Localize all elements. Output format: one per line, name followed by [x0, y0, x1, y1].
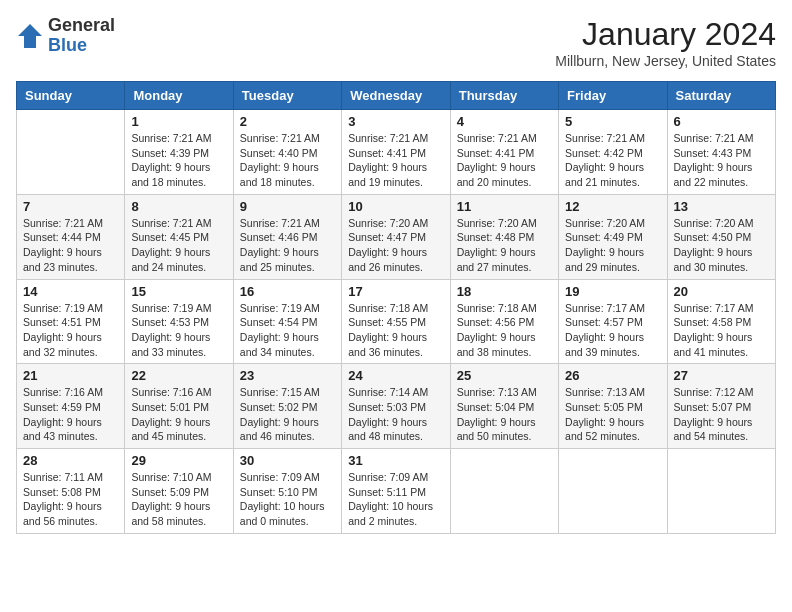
- day-number: 26: [565, 368, 660, 383]
- day-info: Sunrise: 7:09 AMSunset: 5:11 PMDaylight:…: [348, 470, 443, 529]
- day-number: 25: [457, 368, 552, 383]
- day-number: 30: [240, 453, 335, 468]
- day-info: Sunrise: 7:21 AMSunset: 4:40 PMDaylight:…: [240, 131, 335, 190]
- day-number: 23: [240, 368, 335, 383]
- day-info: Sunrise: 7:16 AMSunset: 5:01 PMDaylight:…: [131, 385, 226, 444]
- calendar-day-cell: 14Sunrise: 7:19 AMSunset: 4:51 PMDayligh…: [17, 279, 125, 364]
- calendar-day-cell: 28Sunrise: 7:11 AMSunset: 5:08 PMDayligh…: [17, 449, 125, 534]
- day-info: Sunrise: 7:20 AMSunset: 4:47 PMDaylight:…: [348, 216, 443, 275]
- day-number: 2: [240, 114, 335, 129]
- day-number: 17: [348, 284, 443, 299]
- day-info: Sunrise: 7:13 AMSunset: 5:05 PMDaylight:…: [565, 385, 660, 444]
- calendar-empty-cell: [667, 449, 775, 534]
- logo-general-text: General: [48, 16, 115, 36]
- calendar-day-cell: 22Sunrise: 7:16 AMSunset: 5:01 PMDayligh…: [125, 364, 233, 449]
- calendar-day-cell: 12Sunrise: 7:20 AMSunset: 4:49 PMDayligh…: [559, 194, 667, 279]
- day-info: Sunrise: 7:21 AMSunset: 4:45 PMDaylight:…: [131, 216, 226, 275]
- calendar-day-cell: 30Sunrise: 7:09 AMSunset: 5:10 PMDayligh…: [233, 449, 341, 534]
- day-info: Sunrise: 7:13 AMSunset: 5:04 PMDaylight:…: [457, 385, 552, 444]
- calendar-week-row: 28Sunrise: 7:11 AMSunset: 5:08 PMDayligh…: [17, 449, 776, 534]
- day-info: Sunrise: 7:21 AMSunset: 4:43 PMDaylight:…: [674, 131, 769, 190]
- calendar-day-cell: 1Sunrise: 7:21 AMSunset: 4:39 PMDaylight…: [125, 110, 233, 195]
- logo: General Blue: [16, 16, 115, 56]
- day-info: Sunrise: 7:12 AMSunset: 5:07 PMDaylight:…: [674, 385, 769, 444]
- day-info: Sunrise: 7:19 AMSunset: 4:54 PMDaylight:…: [240, 301, 335, 360]
- day-info: Sunrise: 7:16 AMSunset: 4:59 PMDaylight:…: [23, 385, 118, 444]
- day-number: 6: [674, 114, 769, 129]
- calendar-day-cell: 4Sunrise: 7:21 AMSunset: 4:41 PMDaylight…: [450, 110, 558, 195]
- svg-marker-0: [18, 24, 42, 48]
- day-info: Sunrise: 7:20 AMSunset: 4:50 PMDaylight:…: [674, 216, 769, 275]
- day-of-week-header: Tuesday: [233, 82, 341, 110]
- day-of-week-header: Sunday: [17, 82, 125, 110]
- calendar-day-cell: 17Sunrise: 7:18 AMSunset: 4:55 PMDayligh…: [342, 279, 450, 364]
- day-number: 29: [131, 453, 226, 468]
- day-info: Sunrise: 7:21 AMSunset: 4:46 PMDaylight:…: [240, 216, 335, 275]
- calendar-table: SundayMondayTuesdayWednesdayThursdayFrid…: [16, 81, 776, 534]
- day-number: 14: [23, 284, 118, 299]
- calendar-day-cell: 26Sunrise: 7:13 AMSunset: 5:05 PMDayligh…: [559, 364, 667, 449]
- day-of-week-header: Saturday: [667, 82, 775, 110]
- calendar-day-cell: 15Sunrise: 7:19 AMSunset: 4:53 PMDayligh…: [125, 279, 233, 364]
- day-number: 28: [23, 453, 118, 468]
- day-info: Sunrise: 7:19 AMSunset: 4:51 PMDaylight:…: [23, 301, 118, 360]
- day-number: 18: [457, 284, 552, 299]
- day-info: Sunrise: 7:17 AMSunset: 4:57 PMDaylight:…: [565, 301, 660, 360]
- calendar-day-cell: 6Sunrise: 7:21 AMSunset: 4:43 PMDaylight…: [667, 110, 775, 195]
- calendar-day-cell: 31Sunrise: 7:09 AMSunset: 5:11 PMDayligh…: [342, 449, 450, 534]
- day-number: 21: [23, 368, 118, 383]
- logo-blue-text: Blue: [48, 36, 115, 56]
- calendar-day-cell: 25Sunrise: 7:13 AMSunset: 5:04 PMDayligh…: [450, 364, 558, 449]
- day-number: 19: [565, 284, 660, 299]
- day-info: Sunrise: 7:18 AMSunset: 4:55 PMDaylight:…: [348, 301, 443, 360]
- day-number: 27: [674, 368, 769, 383]
- day-info: Sunrise: 7:21 AMSunset: 4:42 PMDaylight:…: [565, 131, 660, 190]
- location-text: Millburn, New Jersey, United States: [555, 53, 776, 69]
- day-number: 13: [674, 199, 769, 214]
- day-number: 3: [348, 114, 443, 129]
- day-number: 16: [240, 284, 335, 299]
- day-info: Sunrise: 7:11 AMSunset: 5:08 PMDaylight:…: [23, 470, 118, 529]
- calendar-week-row: 21Sunrise: 7:16 AMSunset: 4:59 PMDayligh…: [17, 364, 776, 449]
- calendar-day-cell: 9Sunrise: 7:21 AMSunset: 4:46 PMDaylight…: [233, 194, 341, 279]
- day-number: 5: [565, 114, 660, 129]
- day-of-week-header: Friday: [559, 82, 667, 110]
- day-info: Sunrise: 7:09 AMSunset: 5:10 PMDaylight:…: [240, 470, 335, 529]
- calendar-empty-cell: [450, 449, 558, 534]
- calendar-week-row: 1Sunrise: 7:21 AMSunset: 4:39 PMDaylight…: [17, 110, 776, 195]
- day-of-week-header: Thursday: [450, 82, 558, 110]
- day-info: Sunrise: 7:20 AMSunset: 4:48 PMDaylight:…: [457, 216, 552, 275]
- day-number: 20: [674, 284, 769, 299]
- calendar-empty-cell: [17, 110, 125, 195]
- calendar-empty-cell: [559, 449, 667, 534]
- calendar-day-cell: 2Sunrise: 7:21 AMSunset: 4:40 PMDaylight…: [233, 110, 341, 195]
- calendar-day-cell: 5Sunrise: 7:21 AMSunset: 4:42 PMDaylight…: [559, 110, 667, 195]
- calendar-day-cell: 23Sunrise: 7:15 AMSunset: 5:02 PMDayligh…: [233, 364, 341, 449]
- day-number: 1: [131, 114, 226, 129]
- day-number: 8: [131, 199, 226, 214]
- calendar-day-cell: 24Sunrise: 7:14 AMSunset: 5:03 PMDayligh…: [342, 364, 450, 449]
- day-number: 9: [240, 199, 335, 214]
- calendar-header-row: SundayMondayTuesdayWednesdayThursdayFrid…: [17, 82, 776, 110]
- day-info: Sunrise: 7:20 AMSunset: 4:49 PMDaylight:…: [565, 216, 660, 275]
- logo-text: General Blue: [48, 16, 115, 56]
- day-info: Sunrise: 7:14 AMSunset: 5:03 PMDaylight:…: [348, 385, 443, 444]
- calendar-day-cell: 19Sunrise: 7:17 AMSunset: 4:57 PMDayligh…: [559, 279, 667, 364]
- title-block: January 2024 Millburn, New Jersey, Unite…: [555, 16, 776, 69]
- calendar-day-cell: 18Sunrise: 7:18 AMSunset: 4:56 PMDayligh…: [450, 279, 558, 364]
- logo-icon: [16, 22, 44, 50]
- calendar-day-cell: 16Sunrise: 7:19 AMSunset: 4:54 PMDayligh…: [233, 279, 341, 364]
- day-info: Sunrise: 7:10 AMSunset: 5:09 PMDaylight:…: [131, 470, 226, 529]
- day-info: Sunrise: 7:21 AMSunset: 4:44 PMDaylight:…: [23, 216, 118, 275]
- day-info: Sunrise: 7:19 AMSunset: 4:53 PMDaylight:…: [131, 301, 226, 360]
- day-number: 7: [23, 199, 118, 214]
- day-info: Sunrise: 7:15 AMSunset: 5:02 PMDaylight:…: [240, 385, 335, 444]
- month-title: January 2024: [555, 16, 776, 53]
- day-number: 31: [348, 453, 443, 468]
- day-info: Sunrise: 7:21 AMSunset: 4:39 PMDaylight:…: [131, 131, 226, 190]
- day-number: 22: [131, 368, 226, 383]
- calendar-day-cell: 21Sunrise: 7:16 AMSunset: 4:59 PMDayligh…: [17, 364, 125, 449]
- day-number: 24: [348, 368, 443, 383]
- day-number: 12: [565, 199, 660, 214]
- calendar-day-cell: 8Sunrise: 7:21 AMSunset: 4:45 PMDaylight…: [125, 194, 233, 279]
